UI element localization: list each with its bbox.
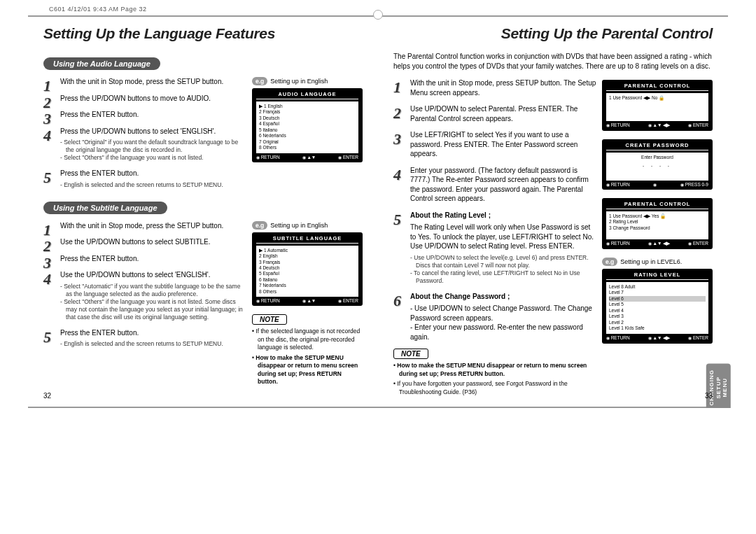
page-title-left: Setting Up the Language Features — [43, 25, 363, 42]
note-box-right: NOTE How to make the SETUP MENU disappea… — [393, 349, 596, 396]
subtitle-steps: With the unit in Stop mode, press the SE… — [43, 221, 246, 349]
tv-screen-subtitle: SUBTITLE LANGUAGE ▶1 Automatic 2 English… — [252, 232, 363, 307]
step: Use LEFT/RIGHT to select Yes if you want… — [393, 130, 596, 159]
tv-screen-rating-level: RATING LEVEL Level 8 Adult Level 7 Level… — [602, 269, 713, 344]
step: About the Change Password ; - Use UP/DOW… — [393, 292, 596, 342]
eg-line: e.gSetting up in LEVEL6. — [602, 258, 713, 266]
step: With the unit in Stop mode, press the SE… — [43, 77, 246, 87]
step: Press the ENTER button. - English is sel… — [43, 169, 246, 189]
page-spread: Setting Up the Language Features Using t… — [28, 15, 728, 408]
step: Use the UP/DOWN buttons to select SUBTIT… — [43, 237, 246, 247]
step: Press the ENTER button. - English is sel… — [43, 328, 246, 349]
note-box-left: NOTE If the selected language is not rec… — [252, 314, 363, 386]
step: With the unit in Stop mode, press SETUP … — [393, 78, 596, 97]
step: Use the UP/DOWN buttons to select 'ENGLI… — [43, 270, 246, 321]
left-page: Setting Up the Language Features Using t… — [28, 21, 378, 398]
step: Press the ENTER button. — [43, 110, 246, 120]
tv-screen-create-password: CREATE PASSWORD Enter Password - - - - R… — [602, 139, 713, 190]
step: Press the UP/DOWN buttons to move to AUD… — [43, 94, 246, 104]
step: Press the UP/DOWN buttons to select 'ENG… — [43, 127, 246, 162]
right-page: Setting Up the Parental Control The Pare… — [378, 21, 728, 398]
step: Press the ENTER button. — [43, 254, 246, 264]
tv-screen-parental-2: PARENTAL CONTROL 1 Use Password ◀▶ Yes 🔓… — [602, 198, 713, 249]
page-number-left: 32 — [43, 392, 51, 400]
page-number-right: 33 — [705, 392, 713, 400]
step: Use UP/DOWN to select Parental. Press EN… — [393, 104, 596, 123]
heading-audio-language: Using the Audio Language — [43, 57, 160, 70]
eg-line: e.gSetting up in English — [252, 221, 363, 230]
tv-screen-audio: AUDIO LANGUAGE ▶1 English 2 Français 3 D… — [252, 88, 363, 162]
tv-screen-parental-1: PARENTAL CONTROL 1 Use Password ◀▶ No 🔒 … — [602, 80, 713, 131]
audio-steps: With the unit in Stop mode, press the SE… — [43, 77, 246, 189]
side-tab: CHANGING SETUP MENU — [706, 364, 731, 408]
eg-line: e.gSetting up in English — [252, 77, 363, 85]
intro-text: The Parental Control function works in c… — [393, 52, 713, 71]
heading-subtitle-language: Using the Subtitle Language — [43, 202, 167, 214]
page-title-right: Setting Up the Parental Control — [393, 25, 713, 42]
step: About the Rating Level ; The Rating Leve… — [393, 211, 596, 285]
step: Enter your password. (The factory defaul… — [393, 166, 596, 204]
step: With the unit in Stop mode, press the SE… — [43, 221, 246, 231]
parental-steps: With the unit in Stop mode, press SETUP … — [393, 78, 596, 342]
